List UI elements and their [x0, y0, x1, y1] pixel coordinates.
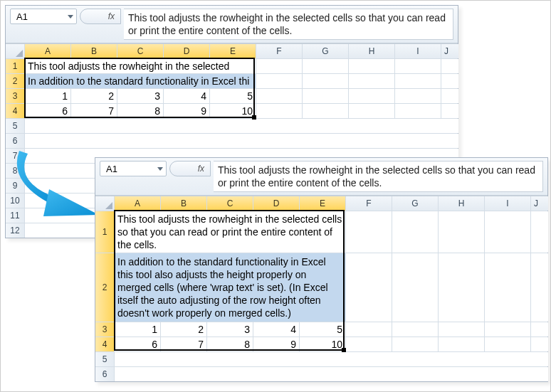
cell[interactable] — [25, 119, 458, 133]
cell[interactable]: 3 — [117, 89, 163, 103]
cell[interactable] — [303, 104, 348, 118]
col-header[interactable]: G — [303, 44, 348, 58]
fx-button[interactable]: fx — [80, 9, 121, 24]
row-header[interactable]: 7 — [6, 149, 24, 163]
cell[interactable]: 4 — [164, 89, 209, 103]
cell[interactable] — [531, 322, 548, 337]
cell[interactable] — [346, 253, 392, 322]
cell[interactable]: 4 — [253, 322, 299, 337]
cell[interactable] — [441, 59, 458, 73]
cell[interactable] — [395, 74, 441, 88]
cell[interactable] — [441, 89, 458, 103]
cell[interactable] — [392, 211, 438, 253]
cell[interactable]: 8 — [207, 337, 253, 351]
cell[interactable]: This tool adjusts the rowheight in the s… — [25, 59, 256, 73]
cell[interactable] — [439, 322, 484, 337]
row-header[interactable]: 12 — [6, 223, 24, 238]
cell[interactable] — [531, 211, 548, 253]
cell[interactable] — [441, 74, 458, 88]
cell[interactable] — [485, 322, 530, 337]
cell[interactable]: 9 — [164, 104, 209, 118]
col-header[interactable]: B — [71, 44, 117, 58]
cell[interactable] — [485, 337, 530, 351]
row-header[interactable]: 9 — [6, 179, 24, 193]
cell[interactable] — [303, 74, 348, 88]
cell[interactable] — [346, 337, 392, 351]
cell[interactable] — [349, 104, 394, 118]
row-header[interactable]: 10 — [6, 194, 24, 208]
cell[interactable] — [115, 352, 548, 366]
cell[interactable]: 6 — [115, 337, 160, 351]
cell[interactable] — [346, 211, 392, 253]
cell[interactable]: This tool adjusts the rowheight in the s… — [115, 211, 345, 253]
row-header[interactable]: 3 — [6, 89, 24, 103]
col-header[interactable]: J — [531, 196, 548, 211]
col-header[interactable]: G — [392, 196, 438, 211]
col-header[interactable]: A — [25, 44, 70, 58]
cell[interactable] — [441, 104, 458, 118]
row-header[interactable]: 11 — [6, 208, 24, 223]
cell[interactable]: 10 — [210, 104, 256, 118]
cell[interactable] — [349, 74, 394, 88]
cell[interactable]: 1 — [115, 322, 160, 337]
col-header[interactable]: H — [349, 44, 394, 58]
col-header[interactable]: A — [115, 196, 160, 211]
name-box[interactable]: A1 — [100, 161, 167, 176]
row-header[interactable]: 4 — [95, 337, 114, 351]
formula-input[interactable]: This tool adjusts the rowheight in the s… — [124, 9, 453, 40]
cell[interactable]: In addition to the standard functionalit… — [25, 74, 256, 88]
select-all-corner[interactable] — [6, 44, 24, 58]
col-header[interactable]: D — [164, 44, 209, 58]
col-header[interactable]: F — [256, 44, 302, 58]
cell[interactable] — [346, 322, 392, 337]
cell[interactable] — [392, 322, 438, 337]
row-header[interactable]: 5 — [95, 352, 114, 366]
cell[interactable] — [256, 74, 302, 88]
col-header[interactable]: C — [207, 196, 253, 211]
row-header[interactable]: 6 — [95, 367, 114, 381]
cell[interactable] — [256, 104, 302, 118]
name-box[interactable]: A1 — [10, 9, 77, 24]
cell[interactable] — [531, 253, 548, 322]
select-all-corner[interactable] — [95, 196, 114, 211]
cell[interactable]: 5 — [210, 89, 256, 103]
cell[interactable] — [395, 59, 441, 73]
cell[interactable]: 7 — [161, 337, 206, 351]
col-header[interactable]: E — [300, 196, 345, 211]
cell[interactable] — [256, 59, 302, 73]
row-header[interactable]: 8 — [6, 164, 24, 178]
cell[interactable]: 8 — [117, 104, 163, 118]
col-header[interactable]: F — [346, 196, 392, 211]
row-header[interactable]: 2 — [95, 253, 114, 322]
cell[interactable]: 2 — [71, 89, 117, 103]
cell[interactable] — [485, 211, 530, 253]
col-header[interactable]: J — [441, 44, 458, 58]
cell[interactable] — [256, 89, 302, 103]
cell[interactable]: 9 — [253, 337, 299, 351]
cell[interactable]: 10 — [300, 337, 345, 351]
cell[interactable] — [485, 253, 530, 322]
cell[interactable] — [349, 59, 394, 73]
cell[interactable] — [392, 337, 438, 351]
chevron-down-icon[interactable] — [68, 15, 73, 18]
cell[interactable] — [531, 337, 548, 351]
fx-button[interactable]: fx — [169, 161, 211, 176]
cell[interactable] — [25, 134, 458, 148]
col-header[interactable]: C — [117, 44, 163, 58]
cell[interactable] — [392, 253, 438, 322]
row-header[interactable]: 1 — [95, 211, 114, 253]
col-header[interactable]: I — [395, 44, 441, 58]
cell[interactable] — [439, 253, 484, 322]
formula-input[interactable]: This tool adjusts the rowheight in the s… — [214, 161, 543, 192]
col-header[interactable]: D — [253, 196, 299, 211]
cell[interactable]: 2 — [161, 322, 206, 337]
cell[interactable] — [303, 89, 348, 103]
row-header[interactable]: 6 — [6, 134, 24, 148]
cell[interactable] — [115, 367, 548, 381]
row-header[interactable]: 5 — [6, 119, 24, 133]
cell[interactable] — [395, 89, 441, 103]
cell[interactable]: In addition to the standard functionalit… — [115, 253, 345, 322]
cell[interactable] — [349, 89, 394, 103]
cell[interactable]: 7 — [71, 104, 117, 118]
cell[interactable] — [439, 211, 484, 253]
